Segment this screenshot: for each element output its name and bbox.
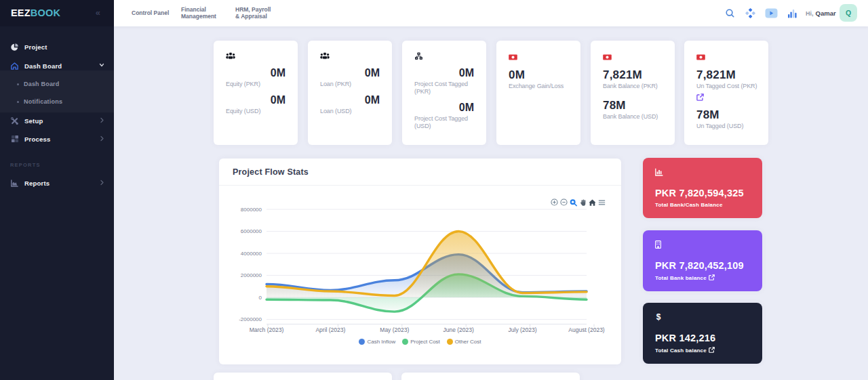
selection-zoom-icon[interactable] [570,198,577,207]
stat-label: Project Cost Tagged (USD) [414,115,479,130]
stat-value: 0M [414,68,474,79]
tools-icon [10,117,19,125]
reset-home-icon[interactable] [589,198,596,207]
chevron-right-icon [100,135,104,143]
summary-value: PKR 142,216 [655,333,750,343]
greeting-prefix: Hi, [806,10,814,17]
svg-text:April (2023): April (2023) [315,326,345,333]
search-icon[interactable] [725,0,735,26]
legend-item-other-cost[interactable]: Other Cost [447,339,481,345]
summary-card-total-cash-balance[interactable]: $ PKR 142,216 Total Cash balance [643,303,762,364]
stat-row: 0M Loan (USD) [320,95,380,115]
stat-value: 0M [320,95,380,106]
summary-value: PKR 7,820,452,109 [655,260,750,271]
summary-label: Total Cash balance [655,347,750,354]
zoom-in-icon[interactable] [551,198,558,207]
stat-value: 0M [226,68,285,79]
external-link-icon[interactable] [709,347,715,354]
stat-card: 7,821M Un Tagged Cost (PKR) 78M Un Tagge… [684,41,768,145]
stat-label: Equity (PKR) [226,81,291,88]
bullet-icon [17,83,19,85]
stat-label: Un Tagged (USD) [696,123,762,130]
sidebar-item-setup[interactable]: Setup [0,112,114,129]
svg-text:0: 0 [259,295,262,301]
bars-icon[interactable] [787,0,797,26]
chart-toolbar [551,198,606,207]
stat-value: 0M [509,69,568,81]
pan-icon[interactable] [579,198,587,207]
stat-label: Bank Balance (USD) [603,113,668,121]
sidebar-section-label: REPORTS [10,162,41,168]
nav-link-hrm-payroll-appraisal[interactable]: HRM, Payroll & Appraisal [235,0,273,26]
menu-icon[interactable] [598,198,606,207]
home-icon [10,62,19,70]
money-icon [509,51,568,60]
stat-card: 0M Project Cost Tagged (PKR) 0M Project … [402,41,486,145]
stat-value: 0M [226,95,285,106]
avatar[interactable]: Q [840,4,857,22]
stat-row: 0M Project Cost Tagged (USD) [414,102,474,130]
stat-value: 7,821M [696,69,756,81]
external-link-icon[interactable] [709,274,715,282]
sidebar-submenu: Dash Board Notifications [0,70,114,112]
partial-card [401,373,580,380]
stat-row: 0M Exchange Gain/Loss [509,69,568,90]
chart-card-header: Project Flow Stats [219,159,621,186]
stat-label: Equity (USD) [226,108,291,115]
external-link-icon[interactable] [696,91,756,99]
building-icon [655,239,750,247]
summary-value: PKR 7,820,594,325 [655,188,750,198]
nav-link-financial-management[interactable]: Financial Management [181,0,224,26]
sidebar-item-reports[interactable]: Reports [0,174,114,192]
sidebar-menu: Project Dash Board Setup ProcessREPORTS … [0,0,114,380]
svg-text:May (2023): May (2023) [380,326,409,333]
play-icon[interactable] [765,0,778,26]
stat-value: 0M [320,68,380,79]
svg-text:August (2023): August (2023) [568,326,605,333]
partial-card [214,373,392,380]
sidebar-subitem-notifications[interactable]: Notifications [0,93,114,110]
legend-item-project-cost[interactable]: Project Cost [402,339,440,345]
chevron-down-icon [99,62,104,69]
users-icon [320,51,380,60]
y-axis-labels: 80000006000000400000020000000-2000000 [239,207,262,323]
legend-label: Other Cost [455,339,481,345]
nav-link-control-panel[interactable]: Control Panel [132,0,170,26]
stat-row: 0M Equity (USD) [226,95,285,115]
stat-label: Loan (USD) [320,108,385,115]
project-flow-stats-card: Project Flow Stats 800000060000004000000… [219,159,621,364]
legend-dot [402,339,408,345]
chevron-right-icon [100,180,104,187]
chart-legend: Cash Inflow Project Cost Other Cost [219,339,621,345]
sidebar-item-project[interactable]: Project [0,38,114,56]
svg-text:$: $ [656,312,661,321]
zoom-out-icon[interactable] [560,198,568,207]
stat-value: 78M [603,100,663,111]
svg-text:March (2023): March (2023) [250,326,284,333]
svg-text:4000000: 4000000 [241,251,262,257]
legend-label: Project Cost [410,339,440,345]
sidebar-subitem-dash-board[interactable]: Dash Board [0,75,114,93]
sidebar-subitem-label: Notifications [24,98,62,105]
username: Qamar [816,9,836,17]
avatar-initial: Q [846,9,851,17]
nav-link-label: HRM, Payroll & Appraisal [235,7,273,20]
legend-item-cash-inflow[interactable]: Cash Inflow [359,339,395,345]
stat-label: Un Tagged Cost (PKR) [696,83,762,90]
stat-row: 7,821M Bank Balance (PKR) [603,69,663,90]
users-icon [226,51,285,60]
sitemap-icon [414,51,474,60]
diamonds-icon[interactable] [745,0,755,26]
stat-card: 0M Loan (PKR) 0M Loan (USD) [308,41,392,145]
summary-card-total-bank-balance[interactable]: PKR 7,820,452,109 Total Bank balance [643,230,762,291]
stat-label: Bank Balance (PKR) [603,83,668,90]
x-axis: March (2023)April (2023)May (2023)June (… [250,324,605,333]
summary-card-total-bank-cash-balance[interactable]: PKR 7,820,594,325 Total Bank/Cash Balanc… [643,158,762,218]
summary-label: Total Bank balance [655,274,750,282]
area-chart[interactable]: 80000006000000400000020000000-2000000Mar… [224,198,617,337]
svg-text:July (2023): July (2023) [509,326,537,333]
stat-card: 0M Equity (PKR) 0M Equity (USD) [214,41,298,145]
sidebar-item-process[interactable]: Process [0,130,114,148]
stat-row: 0M Project Cost Tagged (PKR) [414,68,474,96]
stat-label: Exchange Gain/Loss [509,83,574,90]
